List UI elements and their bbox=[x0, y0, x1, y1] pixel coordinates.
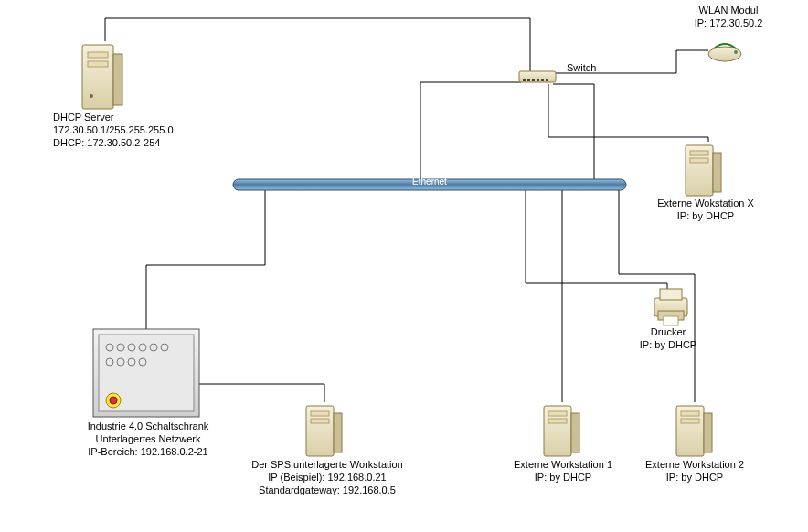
wlan-ip: IP: 172.30.50.2 bbox=[695, 17, 763, 28]
svg-rect-46 bbox=[704, 413, 712, 452]
svg-rect-18 bbox=[690, 158, 708, 163]
svg-point-13 bbox=[708, 47, 741, 61]
svg-rect-2 bbox=[113, 54, 122, 105]
printer-label: Drucker IP: by DHCP bbox=[636, 326, 700, 352]
schaltschrank-network: Unterlagertes Netzwerk bbox=[96, 433, 201, 444]
printer-icon bbox=[654, 289, 687, 325]
sps-workstation-label: Der SPS unterlagerte Workstation IP (Bei… bbox=[245, 459, 409, 496]
svg-point-5 bbox=[90, 94, 93, 98]
dhcp-name: DHCP Server bbox=[53, 112, 113, 122]
dhcp-server-label: DHCP Server 172.30.50.1/255.255.255.0 DH… bbox=[53, 112, 174, 149]
workstation-1-name: Externe Workstation 1 bbox=[514, 459, 612, 470]
workstation-x-label: Externe Wokstation X IP: by DHCP bbox=[651, 197, 760, 223]
svg-rect-12 bbox=[546, 79, 548, 81]
dhcp-range: DHCP: 172.30.50.2-254 bbox=[53, 137, 160, 148]
svg-rect-4 bbox=[88, 61, 108, 67]
svg-rect-11 bbox=[541, 79, 544, 81]
printer-ip: IP: by DHCP bbox=[640, 339, 696, 350]
workstation-2-icon bbox=[676, 406, 712, 456]
sps-ip: IP (Beispiel): 192.168.0.21 bbox=[268, 472, 386, 483]
schaltschrank-label: Industrie 4.0 Schaltschrank Unterlagerte… bbox=[84, 420, 212, 458]
workstation-1-icon bbox=[544, 406, 579, 456]
workstation-1-ip: IP: by DHCP bbox=[535, 472, 591, 483]
svg-rect-42 bbox=[571, 413, 579, 452]
ethernet-label: Ethernet bbox=[393, 176, 466, 188]
schaltschrank-name: Industrie 4.0 Schaltschrank bbox=[88, 420, 209, 431]
switch-icon bbox=[519, 71, 556, 82]
svg-rect-7 bbox=[523, 79, 526, 81]
svg-rect-17 bbox=[690, 151, 708, 155]
svg-rect-3 bbox=[88, 52, 108, 58]
dhcp-ip: 172.30.50.1/255.255.255.0 bbox=[53, 124, 174, 135]
svg-rect-16 bbox=[713, 153, 721, 192]
network-diagram: { "ethernet": { "label": "Ethernet" }, "… bbox=[0, 0, 808, 532]
workstation-2-name: Externe Workstation 2 bbox=[645, 459, 744, 470]
workstation-1-label: Externe Workstation 1 IP: by DHCP bbox=[508, 459, 618, 484]
dhcp-server-icon bbox=[82, 45, 122, 109]
svg-rect-10 bbox=[537, 79, 539, 81]
switch-label: Switch bbox=[567, 62, 596, 75]
svg-rect-20 bbox=[660, 289, 682, 300]
schaltschrank-iprange: IP-Bereich: 192.168.0.2-21 bbox=[88, 446, 207, 457]
sps-gateway: Standardgateway: 192.168.0.5 bbox=[259, 484, 396, 495]
svg-rect-43 bbox=[548, 411, 567, 416]
schaltschrank-icon bbox=[93, 329, 199, 417]
svg-rect-8 bbox=[527, 79, 530, 81]
workstation-2-label: Externe Workstation 2 IP: by DHCP bbox=[640, 459, 750, 484]
wlan-module-icon bbox=[708, 44, 741, 61]
workstation-x-ip: IP: by DHCP bbox=[677, 210, 734, 221]
svg-rect-38 bbox=[334, 413, 342, 452]
svg-rect-22 bbox=[664, 316, 678, 325]
svg-rect-44 bbox=[548, 419, 567, 423]
wlan-name: WLAN Modul bbox=[699, 5, 759, 16]
sps-workstation-icon bbox=[306, 406, 342, 456]
printer-name: Drucker bbox=[651, 326, 686, 337]
svg-point-14 bbox=[734, 50, 738, 54]
sps-name: Der SPS unterlagerte Workstation bbox=[251, 459, 402, 470]
workstation-x-icon bbox=[686, 145, 721, 196]
svg-point-36 bbox=[110, 397, 117, 404]
svg-rect-40 bbox=[311, 419, 329, 423]
svg-rect-48 bbox=[681, 419, 699, 423]
svg-rect-47 bbox=[681, 411, 699, 416]
svg-rect-39 bbox=[311, 411, 329, 416]
workstation-2-ip: IP: by DHCP bbox=[666, 472, 723, 483]
wlan-label: WLAN Modul IP: 172.30.50.2 bbox=[687, 5, 770, 30]
workstation-x-name: Externe Wokstation X bbox=[657, 197, 754, 208]
svg-rect-9 bbox=[532, 79, 535, 81]
